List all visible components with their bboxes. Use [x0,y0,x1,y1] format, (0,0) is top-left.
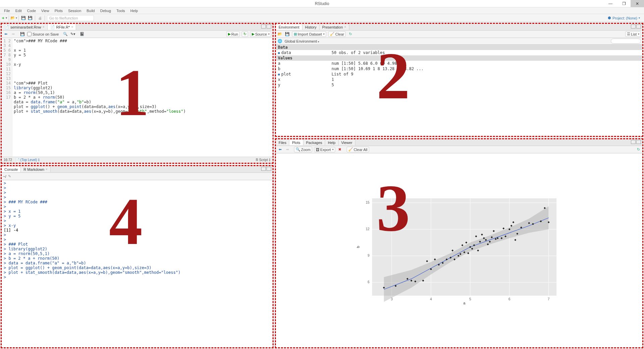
source-pane: 1 📄seminararbeit.Rnw×📄RFile.R*× ⬅ ➡ 💾 So… [1,23,274,164]
print-button[interactable]: 🖨 [37,15,43,21]
menu-help[interactable]: Help [128,8,141,13]
pane-max-button[interactable] [636,24,641,29]
find-icon[interactable]: 🔍 [63,32,68,37]
console-browse-icon[interactable]: ✎ [8,174,11,179]
console-output[interactable]: > > > > > ### MY RCode ### > > x = 1 > y… [2,180,273,347]
menu-debug[interactable]: Debug [98,8,114,13]
menu-file[interactable]: File [1,8,13,13]
menu-build[interactable]: Build [84,8,97,13]
clear-all-button[interactable]: 🧹 Clear All [347,147,369,152]
source-toolbar: ⬅ ➡ 💾 Source on Save 🔍 ✎▾ 📓 ▶Run ↻ ▶Sour… [2,31,273,38]
view-mode-button[interactable]: ☰ List [625,31,641,37]
svg-text:b: b [356,246,360,248]
window-minimize-button[interactable]: — [604,0,617,7]
zoom-button[interactable]: 🔍 Zoom [294,147,312,152]
svg-text:15: 15 [365,201,369,204]
env-section-header: Data [276,45,642,50]
menu-session[interactable]: Session [65,8,84,13]
svg-text:6: 6 [367,280,369,284]
plots-pane: 3 FilesPlotsPackagesHelpViewer ⬅ ➡ 🔍 Zoo… [275,138,643,348]
remove-plot-icon[interactable]: ✖ [337,147,343,152]
svg-text:4: 4 [430,297,432,301]
plot-tab[interactable]: Viewer [339,140,355,145]
env-tab[interactable]: History [302,24,319,30]
env-tab[interactable]: Presentation × [319,24,349,30]
open-file-button[interactable]: 📂 [11,15,16,21]
plot-back-icon[interactable]: ⬅ [277,147,283,152]
import-dataset-button[interactable]: ▦Import Dataset [292,31,326,37]
svg-text:6: 6 [508,297,510,301]
svg-text:a: a [463,301,465,305]
notebook-icon[interactable]: 📓 [79,32,85,37]
rerun-button[interactable]: ↻ [242,31,248,37]
pane-max-button[interactable] [267,24,271,29]
environment-search[interactable] [611,39,641,44]
back-icon[interactable]: ⬅ [3,32,8,37]
run-button[interactable]: ▶Run [226,31,240,37]
file-type-label[interactable]: R Script ‡ [256,158,271,162]
environment-scope[interactable]: Global Environment [285,39,319,43]
console-path: ~/ [3,174,6,179]
svg-text:9: 9 [367,254,369,257]
menu-tools[interactable]: Tools [114,8,128,13]
main-toolbar: ＋ 📂 💾 💾 🖨 Go to file/function ⬢ Project:… [0,14,644,22]
source-tab[interactable]: 📄RFile.R*× [48,24,76,30]
window-close-button[interactable]: ✕ [631,0,644,7]
console-tab[interactable]: Console [2,167,21,172]
file-icon: 📄 [50,25,55,29]
plot-tab[interactable]: Files [276,140,289,145]
env-row[interactable]: x1 [276,77,642,82]
source-on-save-checkbox[interactable]: Source on Save [27,32,59,36]
plot-tab[interactable]: Help [325,140,339,145]
export-button[interactable]: 🖼 Export [314,147,335,152]
pane-min-button[interactable] [631,140,636,144]
menubar: FileEditCodeViewPlotsSessionBuildDebugTo… [0,7,644,14]
project-menu[interactable]: ⬢ Project: (None) ▾ [608,16,643,20]
pane-max-button[interactable] [636,140,641,144]
svg-text:5: 5 [469,297,471,301]
window-maximize-button[interactable]: ❐ [617,0,631,7]
source-tab[interactable]: 📄seminararbeit.Rnw× [2,24,48,30]
save-workspace-icon[interactable]: 💾 [285,32,290,37]
env-row[interactable]: data50 obs. of 2 variables [276,50,642,55]
close-tab-icon[interactable]: × [43,25,45,29]
code-editor[interactable]: 1 2 3 4 5 6 7 8 9 10 11 12 13 14 15 16 1… [2,38,273,157]
plot-tab[interactable]: Packages [303,140,325,145]
save-button[interactable]: 💾 [21,15,26,21]
goto-file-input[interactable]: Go to file/function [47,15,94,21]
plot-area: 34567691215ab [276,153,642,347]
env-section-header: Values [276,55,642,61]
env-row[interactable]: y5 [276,82,642,88]
load-workspace-icon[interactable]: 📂 [277,32,283,37]
wand-icon[interactable]: ✎▾ [70,32,75,37]
file-icon: 📄 [4,25,9,29]
project-icon: ⬢ [608,16,611,20]
window-title: RStudio [315,1,329,6]
globe-icon: 🌐 [277,39,283,44]
source-button[interactable]: ▶Source [250,31,271,37]
save-file-button[interactable]: 💾 [20,32,25,37]
env-row[interactable]: plotList of 9 [276,71,642,77]
env-row[interactable]: bnum [1:50] 10.69 1 8 13.28 69 8.82 ... [276,66,642,71]
new-file-button[interactable]: ＋ [1,15,7,21]
console-tab[interactable]: R Markdown × [21,167,51,172]
plot-tab[interactable]: Plots [289,140,303,145]
plot-forward-icon[interactable]: ➡ [285,147,290,152]
menu-view[interactable]: View [39,8,52,13]
clear-workspace-button[interactable]: 🧹Clear [328,31,346,37]
close-tab-icon[interactable]: × [71,25,73,29]
pane-max-button[interactable] [267,167,271,171]
forward-icon[interactable]: ➡ [10,32,16,37]
env-tab[interactable]: Environment [276,24,302,30]
refresh-icon[interactable]: ↻ [348,32,353,37]
refresh-plot-icon[interactable]: ↻ [636,147,641,152]
env-row[interactable]: anum [1:50] 5.68 6.0 09 4.98 ... [276,61,642,66]
menu-edit[interactable]: Edit [13,8,24,13]
save-all-button[interactable]: 💾 [27,15,33,21]
pane-min-button[interactable] [631,24,636,29]
menu-code[interactable]: Code [24,8,39,13]
menu-plots[interactable]: Plots [52,8,65,13]
svg-text:12: 12 [365,227,369,231]
pane-min-button[interactable] [261,24,266,29]
pane-min-button[interactable] [261,167,266,171]
